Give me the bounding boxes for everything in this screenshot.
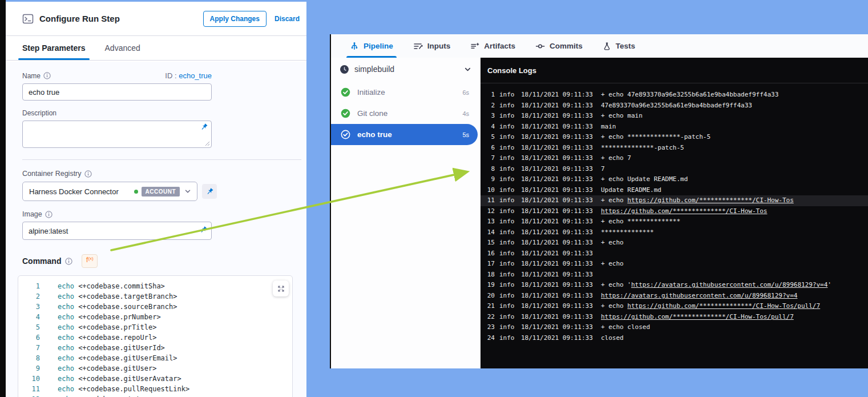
log-line-number: 9 [481, 174, 495, 185]
artifacts-icon [470, 42, 479, 51]
command-code-editor[interactable]: 1echo <+codebase.commitSha>2echo <+codeb… [18, 275, 293, 397]
log-link[interactable]: https://github.com/**************/CI-How… [627, 302, 820, 310]
editor-line-code: echo <+codebase.state> [58, 394, 148, 397]
log-message [601, 248, 868, 259]
log-timestamp: 18/11/2021 09:11:33 [521, 90, 596, 101]
check-circle-icon [341, 87, 350, 97]
tab-step-parameters[interactable]: Step Parameters [22, 36, 86, 60]
log-message: + echo 7 [601, 153, 868, 164]
info-icon[interactable] [43, 72, 51, 79]
description-textarea[interactable] [22, 121, 212, 148]
log-line-number: 4 [481, 122, 495, 133]
log-message: closed [601, 333, 868, 344]
log-level: info [499, 195, 516, 206]
steps-list: Initialize6sGit clone4secho true5s [331, 82, 481, 145]
command-label-row: Command f(x) [22, 254, 306, 268]
log-line-number: 7 [481, 153, 495, 164]
config-panel-header: Configure Run Step Apply Changes Discard [6, 2, 306, 36]
log-level: info [499, 322, 516, 333]
tab-label: Tests [616, 42, 635, 50]
log-level: info [499, 164, 516, 175]
tab-artifacts[interactable]: Artifacts [470, 34, 515, 58]
log-line-number: 16 [481, 248, 495, 259]
log-timestamp: 18/11/2021 09:11:33 [521, 333, 596, 344]
scope-badge: ACCOUNT [142, 187, 180, 197]
log-line-number: 23 [481, 322, 495, 333]
editor-line: 3echo <+codebase.sourceBranch> [18, 302, 292, 312]
log-line-number: 24 [481, 333, 495, 344]
step-item-initialize[interactable]: Initialize6s [331, 82, 481, 103]
tab-tests[interactable]: Tests [603, 34, 635, 58]
log-line: 15info18/11/2021 09:11:33+ echo [481, 238, 868, 248]
info-icon[interactable] [84, 170, 92, 178]
step-id: ID : echo_true [165, 71, 212, 80]
log-level: info [499, 227, 516, 238]
editor-line: 9echo <+codebase.gitUser> [18, 363, 292, 374]
chevron-down-icon[interactable] [463, 65, 472, 74]
editor-line: 4echo <+codebase.prNumber> [18, 312, 292, 322]
log-timestamp: 18/11/2021 09:11:33 [521, 238, 596, 248]
tab-commits[interactable]: Commits [535, 34, 583, 58]
step-duration: 4s [462, 110, 469, 117]
info-icon[interactable] [45, 211, 53, 218]
editor-line-number: 8 [18, 353, 40, 363]
chevron-down-icon[interactable] [184, 187, 192, 195]
tab-label: Advanced [105, 43, 140, 53]
log-timestamp: 18/11/2021 09:11:33 [521, 206, 596, 217]
step-parameters-form: Name ID : echo_true Description [6, 62, 306, 397]
editor-line-number: 12 [18, 394, 40, 397]
log-message: https://github.com/**************/CI-How… [601, 206, 868, 217]
log-level: info [499, 291, 516, 302]
pin-icon[interactable] [200, 123, 208, 131]
name-input[interactable] [22, 83, 212, 101]
discard-button[interactable]: Discard [274, 15, 300, 23]
apply-changes-button[interactable]: Apply Changes [203, 11, 267, 27]
log-line-number: 19 [481, 280, 495, 291]
exec-tab-bar: PipelineInputsArtifactsCommitsTests [331, 34, 868, 58]
image-input[interactable]: alpine:latest [22, 222, 212, 240]
pin-icon[interactable] [202, 184, 217, 199]
stage-selector[interactable]: simplebuild [331, 59, 481, 79]
log-line-number: 8 [481, 164, 495, 175]
editor-line-number: 6 [18, 332, 40, 343]
exec-body: simplebuild Initialize6sGit clone4secho … [331, 58, 868, 368]
step-id-prefix: ID : [165, 71, 179, 80]
log-link[interactable]: https://github.com/**************/CI-How… [601, 313, 794, 320]
tab-inputs[interactable]: Inputs [413, 34, 451, 58]
editor-line-number: 7 [18, 343, 40, 353]
commits-icon [535, 42, 545, 51]
log-level: info [499, 216, 516, 227]
step-label: Initialize [357, 88, 462, 97]
editor-line-code: echo <+codebase.gitUser> [58, 363, 156, 374]
log-link[interactable]: https://github.com/**************/CI-How… [601, 207, 767, 215]
image-value: alpine:latest [29, 227, 68, 235]
log-timestamp: 18/11/2021 09:11:33 [521, 312, 596, 323]
log-link[interactable]: https://avatars.githubusercontent.com/u/… [601, 292, 797, 299]
name-label-text: Name [22, 72, 41, 80]
log-link[interactable]: https://github.com/**************/CI-How… [627, 197, 793, 204]
config-tab-bar: Step Parameters Advanced [6, 36, 306, 61]
container-registry-select[interactable]: Harness Docker Connector ACCOUNT [22, 182, 197, 201]
resize-handle-icon[interactable] [205, 141, 210, 146]
log-link[interactable]: https://avatars.githubusercontent.com/u/… [631, 281, 827, 288]
tab-pipeline[interactable]: Pipeline [350, 34, 393, 58]
info-icon[interactable] [65, 258, 72, 265]
pin-icon[interactable] [199, 226, 208, 234]
editor-line-code: echo <+codebase.prNumber> [58, 312, 161, 322]
log-line: 5info18/11/2021 09:11:33+ echo *********… [481, 132, 868, 143]
step-item-echo-true[interactable]: echo true5s [331, 124, 478, 145]
log-message: + echo Update README.md [601, 174, 868, 185]
log-level: info [499, 270, 516, 280]
log-level: info [499, 143, 516, 154]
log-line-number: 15 [481, 238, 495, 248]
log-level: info [499, 101, 516, 111]
tab-advanced[interactable]: Advanced [105, 36, 140, 60]
configure-run-step-panel: Configure Run Step Apply Changes Discard… [6, 2, 306, 397]
command-label: Command [22, 256, 61, 266]
expand-editor-button[interactable] [273, 280, 289, 296]
expression-fx-button[interactable]: f(x) [82, 254, 98, 268]
log-timestamp: 18/11/2021 09:11:33 [521, 227, 596, 238]
log-line: 14info18/11/2021 09:11:33************** [481, 227, 868, 238]
step-item-git-clone[interactable]: Git clone4s [331, 103, 481, 124]
console-log-area[interactable]: 1info18/11/2021 09:11:33+ echo 47e893370… [481, 83, 868, 368]
